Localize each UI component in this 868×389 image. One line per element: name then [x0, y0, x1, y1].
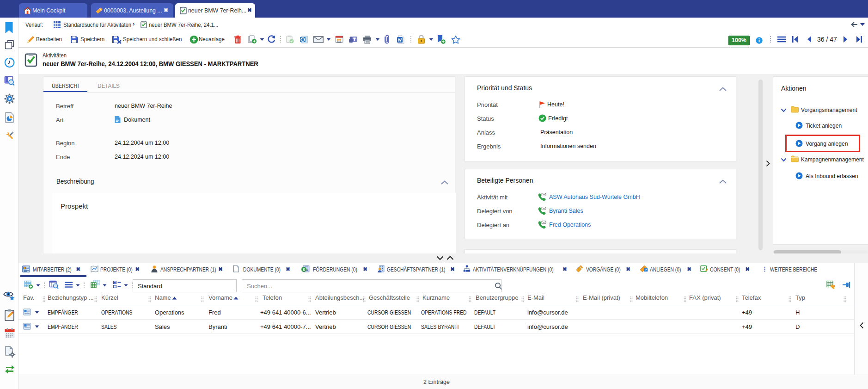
svg-text:$: $	[303, 267, 305, 272]
svg-text:?: ?	[645, 268, 647, 272]
